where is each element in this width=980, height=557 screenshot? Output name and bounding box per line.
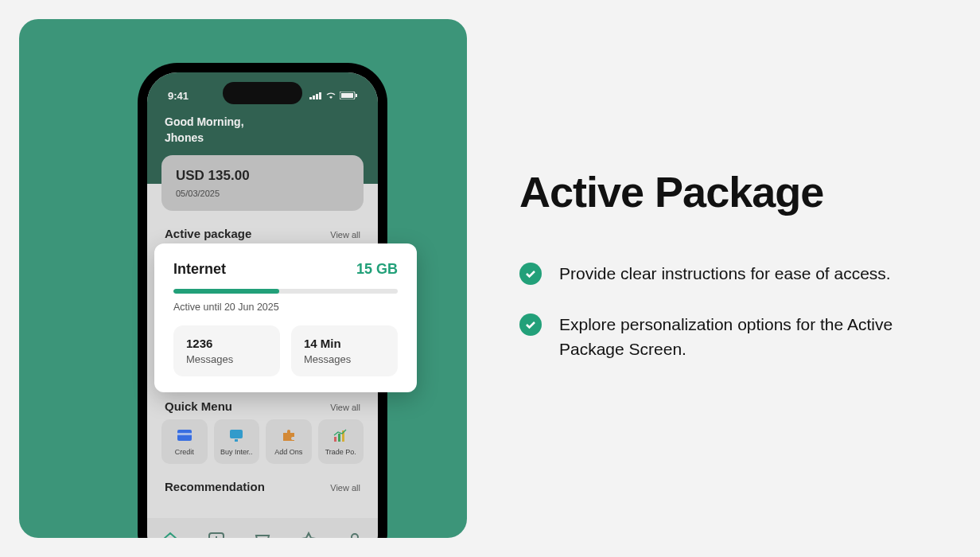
quick-menu-view-all[interactable]: View all xyxy=(330,403,360,412)
balance-date: 05/03/2025 xyxy=(176,189,349,198)
quick-menu-item[interactable]: Credit xyxy=(161,419,208,464)
stat-card[interactable]: 14 MinMessages xyxy=(291,325,398,376)
quick-menu-label: Trade Po. xyxy=(321,448,361,456)
bullet-item: Provide clear instructions for ease of a… xyxy=(519,261,924,286)
username-text: Jhones xyxy=(165,131,360,144)
puzzle-icon xyxy=(269,427,309,443)
check-icon xyxy=(519,263,542,285)
stat-value: 1236 xyxy=(186,337,267,350)
bullet-text: Provide clear instructions for ease of a… xyxy=(559,261,891,286)
chart-icon xyxy=(321,427,361,443)
balance-card[interactable]: USD 135.00 05/03/2025 xyxy=(161,155,364,211)
svg-point-20 xyxy=(352,534,358,538)
section-quick-menu-title: Quick Menu xyxy=(165,399,232,413)
nav-profile-icon[interactable] xyxy=(345,531,364,538)
svg-rect-0 xyxy=(309,97,312,99)
nav-star-icon[interactable] xyxy=(299,531,318,538)
svg-rect-11 xyxy=(334,437,336,442)
active-until-text: Active until 20 Jun 2025 xyxy=(173,302,398,313)
quick-menu-label: Credit xyxy=(165,448,204,456)
active-package-view-all[interactable]: View all xyxy=(330,230,360,240)
quick-menu-label: Buy Inter.. xyxy=(217,448,257,456)
section-recommendation-title: Recommendation xyxy=(165,480,265,493)
svg-rect-12 xyxy=(338,434,340,442)
phone-notch xyxy=(223,82,302,104)
check-icon xyxy=(519,314,542,336)
stat-label: Messages xyxy=(186,353,267,365)
nav-home-icon[interactable] xyxy=(161,531,180,538)
svg-rect-8 xyxy=(177,433,192,435)
card-icon xyxy=(165,427,204,443)
nav-stats-icon[interactable] xyxy=(207,531,226,538)
stat-label: Messages xyxy=(304,353,385,365)
page-headline: Active Package xyxy=(519,167,924,216)
stat-card[interactable]: 1236Messages xyxy=(173,325,280,376)
svg-rect-6 xyxy=(356,94,357,97)
section-active-package-title: Active package xyxy=(165,227,251,240)
greeting-text: Good Morning, xyxy=(165,115,360,128)
bullet-item: Explore personalization options for the … xyxy=(519,312,924,362)
nav-cart-icon[interactable] xyxy=(253,531,272,538)
pop-amount: 15 GB xyxy=(356,261,398,278)
bullet-text: Explore personalization options for the … xyxy=(559,312,909,362)
wifi-icon xyxy=(325,92,336,99)
svg-rect-9 xyxy=(230,430,243,438)
status-time: 9:41 xyxy=(168,90,189,102)
quick-menu-item[interactable]: Buy Inter.. xyxy=(214,419,260,464)
left-hero-panel: 9:41 Good Morning, Jhones USD 135.00 05/… xyxy=(19,19,467,538)
svg-rect-3 xyxy=(319,92,321,99)
svg-rect-2 xyxy=(316,94,318,99)
svg-rect-5 xyxy=(341,93,353,98)
quick-menu-label: Add Ons xyxy=(269,448,309,456)
bottom-nav xyxy=(147,518,378,538)
stat-value: 14 Min xyxy=(304,337,385,350)
battery-icon xyxy=(340,92,357,99)
status-icons xyxy=(309,92,357,99)
progress-bar xyxy=(173,289,398,294)
balance-amount: USD 135.00 xyxy=(176,168,349,184)
pop-title: Internet xyxy=(173,261,226,278)
signal-icon xyxy=(309,92,322,99)
svg-rect-10 xyxy=(235,439,238,442)
active-package-card[interactable]: Internet 15 GB Active until 20 Jun 2025 … xyxy=(154,243,417,392)
recommendation-view-all[interactable]: View all xyxy=(330,483,360,493)
screen-icon xyxy=(217,427,257,443)
quick-menu-item[interactable]: Trade Po. xyxy=(318,419,364,464)
quick-menu-item[interactable]: Add Ons xyxy=(266,419,312,464)
right-text-panel: Active Package Provide clear instruction… xyxy=(467,0,980,557)
svg-rect-1 xyxy=(313,95,315,99)
